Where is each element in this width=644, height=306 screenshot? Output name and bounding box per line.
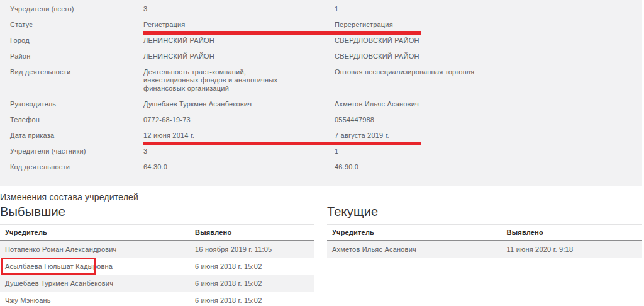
detected-date: 11 июня 2020 г. 9:18	[507, 246, 642, 253]
row-label: Город	[10, 37, 143, 45]
column-header-founder: Учредитель	[0, 229, 195, 236]
row-label: Вид деятельности	[10, 68, 143, 93]
column-header-detected: Выявлено	[507, 229, 642, 236]
compare-row-status: Статус Регистрация Перерегистрация	[0, 17, 642, 33]
row-value-left: Регистрация	[143, 21, 289, 29]
red-box-annotation	[1, 258, 96, 275]
red-underline-annotation	[143, 142, 421, 145]
founder-change-tables: Выбывшие Учредитель Выявлено Потапенко Р…	[0, 203, 644, 306]
detected-date: 16 ноября 2019 г. 11:05	[195, 246, 314, 253]
founder-name: Чжу Мэнюань	[0, 297, 195, 304]
row-label: Статус	[10, 21, 143, 29]
compare-row-founders-private: Учредители (частники) 3 1	[0, 144, 642, 159]
row-value-right: 1	[335, 147, 642, 156]
row-value-left: 12 июня 2014 г.	[143, 132, 289, 140]
founder-name: Ахметов Ильяс Асанович	[327, 246, 507, 253]
row-label: Дата приказа	[10, 132, 143, 140]
detected-date: 6 июня 2018 г. 15:02	[195, 280, 314, 287]
row-value-right: СВЕРДЛОВСКИЙ РАЙОН	[335, 52, 642, 60]
row-label: Район	[10, 52, 143, 60]
detected-date: 6 июня 2018 г. 15:02	[195, 263, 314, 270]
row-value-left: 3	[143, 5, 289, 13]
compare-row-order-date: Дата приказа 12 июня 2014 г. 7 августа 2…	[0, 128, 642, 144]
row-value-right: СВЕРДЛОВСКИЙ РАЙОН	[335, 37, 642, 45]
row-value-left: ЛЕНИНСКИЙ РАЙОН	[143, 52, 289, 60]
table-row: Потапенко Роман Александрович 16 ноября …	[0, 241, 314, 258]
table-header: Учредитель Выявлено	[0, 225, 314, 241]
row-value-right: Оптовая неспециализированная торговля	[335, 68, 642, 93]
compare-row-phone: Телефон 0772-68-19-73 0554447988	[0, 112, 642, 128]
row-value-left: 0772-68-19-73	[143, 116, 289, 124]
row-value-right: Перерегистрация	[335, 21, 642, 29]
row-value-right: 7 августа 2019 г.	[335, 132, 642, 140]
table-header: Учредитель Выявлено	[327, 225, 642, 241]
compare-row-founders-total: Учредители (всего) 3 1	[0, 1, 642, 17]
row-value-right: 0554447988	[335, 116, 642, 124]
departed-founders-table: Выбывшие Учредитель Выявлено Потапенко Р…	[0, 203, 314, 306]
compare-row-district: Район ЛЕНИНСКИЙ РАЙОН СВЕРДЛОВСКИЙ РАЙОН	[0, 48, 642, 64]
row-value-left: 64.30.0	[143, 163, 289, 171]
founder-name: Потапенко Роман Александрович	[0, 246, 195, 253]
row-label: Учредители (частники)	[10, 147, 143, 156]
company-comparison-block: Учредители (всего) 3 1 Статус Регистраци…	[0, 0, 642, 186]
row-label: Код деятельности	[10, 163, 143, 171]
row-value-right: 1	[335, 5, 642, 13]
row-value-left: ЛЕНИНСКИЙ РАЙОН	[143, 37, 289, 45]
table-row: Асылбаева Гюльшат Кадыровна 6 июня 2018 …	[0, 258, 314, 275]
column-header-founder: Учредитель	[327, 229, 507, 236]
table-row: Душебаев Туркмен Асанбекович 6 июня 2018…	[0, 275, 314, 292]
section-title-founder-changes: Изменения состава учредителей	[0, 192, 644, 202]
detected-date: 6 июня 2018 г. 15:02	[195, 297, 314, 304]
row-value-right: Ахметов Ильяс Асанович	[335, 100, 642, 108]
row-value-left: 3	[143, 147, 289, 156]
compare-row-city: Город ЛЕНИНСКИЙ РАЙОН СВЕРДЛОВСКИЙ РАЙОН	[0, 33, 642, 48]
company-report-page: Учредители (всего) 3 1 Статус Регистраци…	[0, 0, 644, 306]
row-value-left: Деятельность траст-компаний, инвестицион…	[143, 68, 289, 93]
row-value-right: 46.90.0	[335, 163, 642, 171]
red-underline-annotation	[143, 31, 421, 35]
compare-row-activity-type: Вид деятельности Деятельность траст-комп…	[0, 64, 642, 96]
row-label: Учредители (всего)	[10, 5, 143, 13]
row-label: Телефон	[10, 116, 143, 124]
current-founders-table: Текущие Учредитель Выявлено Ахметов Илья…	[327, 203, 642, 306]
compare-row-activity-code: Код деятельности 64.30.0 46.90.0	[0, 159, 642, 175]
departed-heading: Выбывшие	[0, 205, 314, 219]
current-heading: Текущие	[327, 205, 642, 219]
row-label: Руководитель	[10, 100, 143, 108]
table-row: Ахметов Ильяс Асанович 11 июня 2020 г. 9…	[327, 241, 642, 258]
compare-row-director: Руководитель Душебаев Туркмен Асанбекови…	[0, 96, 642, 112]
table-row: Чжу Мэнюань 6 июня 2018 г. 15:02	[0, 292, 314, 306]
row-value-left: Душебаев Туркмен Асанбекович	[143, 100, 289, 108]
founder-name: Душебаев Туркмен Асанбекович	[0, 280, 195, 287]
column-header-detected: Выявлено	[195, 229, 314, 236]
